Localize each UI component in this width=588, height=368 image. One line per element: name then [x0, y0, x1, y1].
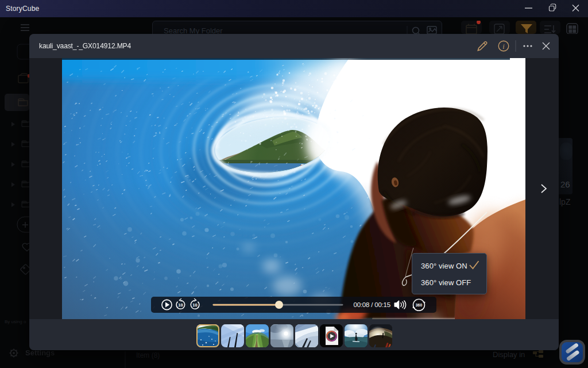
svg-text:By using o: By using o	[5, 319, 26, 324]
svg-text:Display in: Display in	[493, 350, 525, 359]
svg-text:10: 10	[192, 302, 197, 308]
svg-text:Item (8): Item (8)	[136, 351, 160, 359]
svg-text:360: 360	[416, 303, 423, 307]
svg-text:i: i	[502, 43, 504, 51]
svg-text:10: 10	[178, 302, 183, 308]
svg-text:00:08 / 00:15: 00:08 / 00:15	[353, 301, 390, 308]
